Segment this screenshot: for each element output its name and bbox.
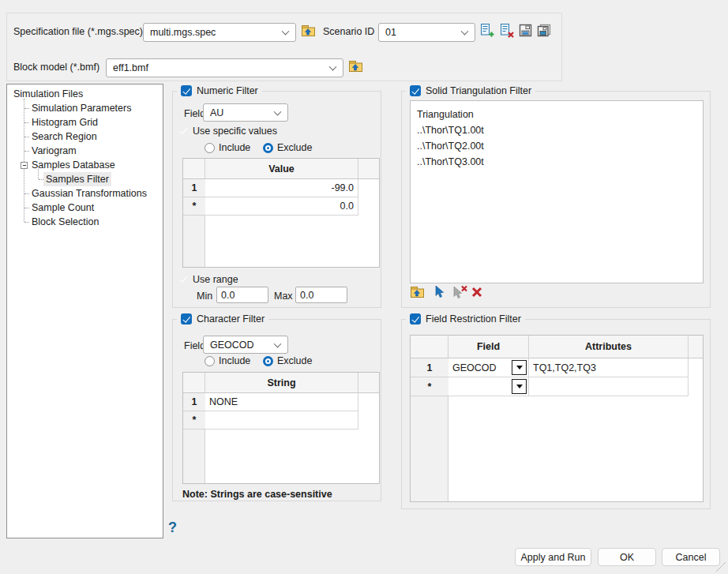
max-input[interactable]: [295, 287, 347, 303]
triangulation-filter-checkbox[interactable]: [410, 85, 421, 96]
field-dropdown-button[interactable]: [512, 379, 527, 394]
triangulation-item[interactable]: ..\Thor\TQ1.00t: [417, 122, 696, 138]
spec-file-value: multi.mgs.spec: [150, 27, 216, 38]
chevron-down-icon: [329, 63, 337, 71]
block-model-combo[interactable]: eff1.bmf: [106, 58, 343, 77]
open-spec-folder-icon[interactable]: [301, 24, 316, 37]
character-filter-group: Character Filter Field GEOCOD Include Ex…: [172, 319, 381, 501]
field-restriction-filter-checkbox[interactable]: [410, 313, 421, 325]
tree-item-gaussian-transformations[interactable]: Gaussian Transformations: [7, 186, 163, 201]
character-exclude-radio[interactable]: Exclude: [263, 355, 312, 366]
scenario-id-combo[interactable]: 01: [378, 23, 475, 42]
value-cell[interactable]: 0.0: [205, 197, 358, 216]
field-restriction-filter-group: Field Restriction Filter Field Attribute…: [401, 319, 711, 509]
attributes-column-header[interactable]: Attributes: [529, 336, 689, 358]
character-filter-checkbox[interactable]: [181, 313, 192, 325]
cancel-button[interactable]: Cancel: [662, 548, 720, 566]
triangulation-filter-group: Solid Triangulation Filter Triangulation…: [401, 91, 711, 308]
numeric-filter-checkbox[interactable]: [181, 85, 192, 96]
save-icon[interactable]: [519, 24, 532, 37]
add-scenario-icon[interactable]: [479, 23, 494, 38]
filler-header: [689, 336, 704, 358]
case-sensitive-note: Note: Strings are case-sensitive: [182, 489, 332, 500]
character-field-combo[interactable]: GEOCOD: [203, 336, 288, 354]
corner-header: [183, 159, 205, 179]
pick-cursor-icon[interactable]: [433, 285, 446, 298]
field-restriction-filter-title: Field Restriction Filter: [426, 313, 521, 325]
tree-item-variogram[interactable]: Variogram: [7, 144, 163, 158]
tree-item-histogram-grid[interactable]: Histogram Grid: [7, 115, 163, 129]
character-field-value: GEOCOD: [210, 340, 254, 351]
filler-header: [358, 373, 380, 393]
tree-connector: [24, 137, 29, 137]
spec-file-combo[interactable]: multi.mgs.spec: [143, 23, 296, 42]
triangulation-item[interactable]: ..\Thor\TQ2.00t: [417, 138, 696, 154]
attributes-cell[interactable]: [529, 377, 689, 396]
resize-grip[interactable]: [716, 562, 726, 572]
radio-checked-icon: [263, 356, 273, 366]
triangulation-list-header: Triangulation: [417, 107, 696, 122]
field-cell[interactable]: [448, 377, 529, 396]
numeric-include-radio[interactable]: Include: [205, 142, 250, 153]
tree-item-simulation-parameters[interactable]: Simulation Parameters: [7, 101, 163, 115]
attributes-cell[interactable]: TQ1,TQ2,TQ3: [529, 358, 689, 377]
character-filter-title: Character Filter: [197, 313, 265, 325]
scenario-id-value: 01: [385, 27, 396, 38]
unpick-cursor-icon[interactable]: [452, 285, 468, 298]
tree-connector: [24, 222, 29, 223]
scenario-id-label: Scenario ID: [323, 26, 374, 37]
tree-connector: [24, 108, 29, 109]
tree-connector: [24, 122, 29, 123]
triangulation-item[interactable]: ..\Thor\TQ3.00t: [417, 154, 696, 170]
chevron-down-icon: [461, 28, 469, 36]
tree-connector: [24, 99, 24, 222]
row-number: 1: [411, 358, 448, 377]
help-button[interactable]: ?: [168, 520, 177, 536]
chevron-down-icon: [274, 107, 282, 115]
use-range-label: Use range: [193, 274, 238, 285]
string-column-header[interactable]: String: [205, 373, 358, 393]
triangulation-list: Triangulation ..\Thor\TQ1.00t ..\Thor\TQ…: [410, 100, 704, 283]
tree-item-sample-count[interactable]: Sample Count: [7, 201, 163, 215]
tree-item-samples-database[interactable]: Samples Database: [7, 158, 163, 172]
block-model-label: Block model (*.bmf): [13, 62, 99, 73]
field-cell[interactable]: GEOCOD: [448, 358, 529, 377]
samples-filter-dialog: { "header": { "spec_label": "Specificati…: [0, 0, 728, 574]
value-column-header[interactable]: Value: [205, 159, 358, 179]
tree-connector: [24, 208, 29, 208]
tree-connector: [38, 169, 39, 179]
open-block-folder-icon[interactable]: [348, 60, 363, 73]
save-copy-icon[interactable]: [537, 24, 551, 37]
delete-x-icon[interactable]: [471, 287, 482, 298]
min-input[interactable]: [216, 287, 268, 303]
delete-scenario-icon[interactable]: [499, 23, 514, 38]
ok-button[interactable]: OK: [598, 548, 656, 566]
string-cell[interactable]: NONE: [205, 393, 358, 411]
collapse-expander-icon[interactable]: [21, 162, 28, 169]
chevron-down-icon: [274, 340, 282, 347]
numeric-field-combo[interactable]: AU: [203, 103, 288, 122]
tree-item-search-region[interactable]: Search Region: [7, 129, 163, 144]
row-number: *: [183, 411, 205, 430]
field-restriction-table: Field Attributes 1 GEOCOD TQ1,TQ2,TQ3 *: [410, 335, 704, 502]
block-model-value: eff1.bmf: [113, 62, 148, 73]
numeric-exclude-radio[interactable]: Exclude: [263, 142, 312, 153]
tree-item-block-selection[interactable]: Block Selection: [7, 215, 163, 229]
row-number: 1: [183, 393, 205, 411]
numeric-values-table: Value 1 -99.0 * 0.0: [182, 158, 380, 268]
apply-and-run-button[interactable]: Apply and Run: [515, 548, 591, 566]
radio-icon: [205, 143, 215, 153]
tree-item-simulation-files[interactable]: Simulation Files: [7, 87, 163, 101]
field-dropdown-button[interactable]: [512, 360, 527, 375]
field-column-header[interactable]: Field: [448, 336, 529, 358]
tree-item-samples-filter[interactable]: Samples Filter: [7, 172, 163, 186]
corner-header: [183, 373, 205, 393]
value-cell[interactable]: -99.0: [205, 179, 358, 197]
max-label: Max: [274, 291, 293, 302]
corner-header: [411, 336, 448, 358]
open-triangulation-folder-icon[interactable]: [410, 286, 425, 298]
numeric-field-value: AU: [210, 107, 223, 118]
character-include-radio[interactable]: Include: [205, 355, 250, 366]
row-number: *: [183, 197, 205, 216]
string-cell[interactable]: [205, 411, 358, 430]
